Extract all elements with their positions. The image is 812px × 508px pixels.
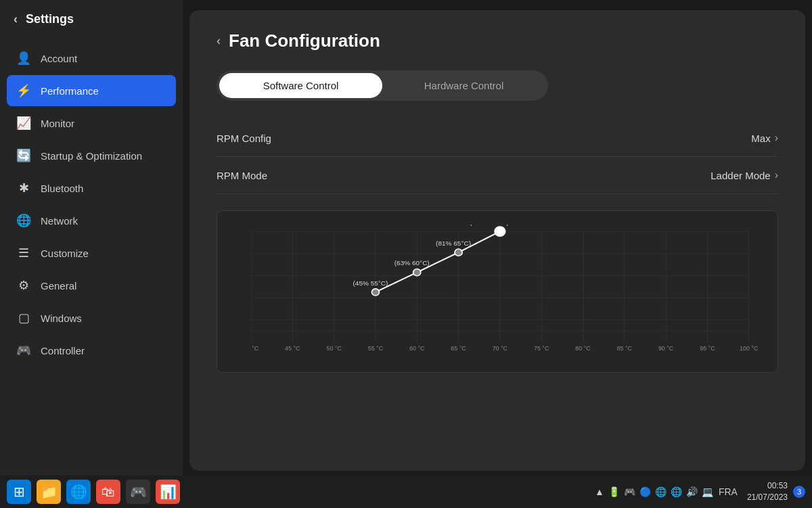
general-icon: ⚙ xyxy=(16,278,31,293)
tray-icon-0[interactable]: ▲ xyxy=(595,486,604,497)
sidebar-item-startup[interactable]: 🔄 Startup & Optimization xyxy=(7,140,176,171)
config-row-0[interactable]: RPM Config Max › xyxy=(217,120,778,157)
sidebar-nav: 👤 Account ⚡ Performance 📈 Monitor 🔄 Star… xyxy=(0,39,183,370)
clock-date: 21/07/2023 xyxy=(747,492,788,503)
sidebar-item-label-windows: Windows xyxy=(41,313,82,324)
svg-point-41 xyxy=(371,289,379,296)
performance-icon: ⚡ xyxy=(16,83,31,98)
tray-icon-7[interactable]: 💻 xyxy=(702,486,713,497)
controller-icon: 🎮 xyxy=(16,343,31,358)
svg-point-45 xyxy=(455,249,462,256)
config-row-label-0: RPM Config xyxy=(217,133,271,144)
customize-icon: ☰ xyxy=(16,246,31,260)
tray-icon-2[interactable]: 🎮 xyxy=(624,486,635,497)
tab-hardware[interactable]: Hardware Control xyxy=(382,73,545,98)
svg-text:(81%  65°C): (81% 65°C) xyxy=(436,239,471,247)
sidebar-item-customize[interactable]: ☰ Customize xyxy=(7,237,176,269)
taskbar: ⊞📁🌐🛍🎮📊 ▲🔋🎮🔵🌐🌐🔊💻 FRA 00:53 21/07/2023 3 xyxy=(0,476,812,508)
systray: ▲🔋🎮🔵🌐🌐🔊💻 xyxy=(595,486,713,497)
config-row-label-1: RPM Mode xyxy=(217,170,267,181)
taskbar-clock: 00:53 21/07/2023 xyxy=(747,480,788,503)
svg-text:55 °C: 55 °C xyxy=(368,345,383,352)
tray-icon-5[interactable]: 🌐 xyxy=(671,486,682,497)
svg-text:65 °C: 65 °C xyxy=(451,345,466,352)
svg-text:75 °C: 75 °C xyxy=(534,345,549,352)
tray-icon-4[interactable]: 🌐 xyxy=(655,486,667,497)
sidebar-title: Settings xyxy=(26,12,74,26)
config-row-1[interactable]: RPM Mode Ladder Mode › xyxy=(217,157,778,194)
svg-point-43 xyxy=(413,269,421,275)
svg-text:50 °C: 50 °C xyxy=(326,345,341,352)
svg-text:70 °C: 70 °C xyxy=(493,345,508,352)
sidebar-item-label-monitor: Monitor xyxy=(41,118,74,129)
svg-text:(45%  55°C): (45% 55°C) xyxy=(353,279,388,287)
tray-icon-3[interactable]: 🔵 xyxy=(639,486,651,497)
taskbar-app-app1[interactable]: 🎮 xyxy=(126,480,150,504)
fan-chart-svg: 10 %20 %40 %60 %80 %100 %40 °C45 °C50 °C… xyxy=(251,225,764,363)
page-header: ‹ Fan Configuration xyxy=(217,30,778,51)
network-icon: 🌐 xyxy=(16,213,31,228)
account-icon: 👤 xyxy=(16,51,31,66)
tab-software[interactable]: Software Control xyxy=(219,73,382,98)
sidebar: ‹ Settings 👤 Account ⚡ Performance 📈 Mon… xyxy=(0,0,183,480)
sidebar-item-network[interactable]: 🌐 Network xyxy=(7,205,176,236)
taskbar-app-start[interactable]: ⊞ xyxy=(7,480,31,504)
sidebar-item-label-network: Network xyxy=(41,215,78,227)
sidebar-item-bluetooth[interactable]: ✱ Bluetooth xyxy=(7,172,176,204)
language-label: FRA xyxy=(719,486,738,497)
sidebar-item-label-customize: Customize xyxy=(41,248,89,259)
svg-text:100 °C: 100 °C xyxy=(740,345,758,352)
sidebar-item-account[interactable]: 👤 Account xyxy=(7,43,176,74)
tray-icon-1[interactable]: 🔋 xyxy=(608,486,620,497)
sidebar-item-label-controller: Controller xyxy=(41,345,85,356)
sidebar-item-label-startup: Startup & Optimization xyxy=(41,150,142,162)
svg-text:40 °C: 40 °C xyxy=(251,345,258,352)
svg-text:(100%  70°C): (100% 70°C) xyxy=(470,225,509,226)
fan-chart: 10 %20 %40 %60 %80 %100 %40 °C45 °C50 °C… xyxy=(217,210,778,373)
sidebar-item-label-general: General xyxy=(41,280,76,292)
taskbar-app-store[interactable]: 🛍 xyxy=(96,480,120,504)
page-title: Fan Configuration xyxy=(229,30,380,51)
svg-text:95 °C: 95 °C xyxy=(700,345,715,352)
svg-text:85 °C: 85 °C xyxy=(617,345,632,352)
sidebar-item-controller[interactable]: 🎮 Controller xyxy=(7,335,176,366)
startup-icon: 🔄 xyxy=(16,148,31,163)
monitor-icon: 📈 xyxy=(16,116,31,131)
sidebar-item-label-bluetooth: Bluetooth xyxy=(41,183,83,194)
taskbar-app-app2[interactable]: 📊 xyxy=(156,480,180,504)
config-rows: RPM Config Max › RPM Mode Ladder Mode › xyxy=(217,120,778,194)
bluetooth-icon: ✱ xyxy=(16,181,31,195)
config-row-value-0: Max › xyxy=(751,132,778,144)
taskbar-app-files[interactable]: 📁 xyxy=(37,480,61,504)
svg-text:(63%  60°C): (63% 60°C) xyxy=(394,260,430,267)
tabs-container: Software ControlHardware Control xyxy=(217,70,548,101)
page-back-arrow[interactable]: ‹ xyxy=(217,34,221,48)
notification-badge[interactable]: 3 xyxy=(793,486,805,498)
sidebar-header: ‹ Settings xyxy=(0,0,183,39)
svg-text:60 °C: 60 °C xyxy=(409,345,424,352)
main-content: ‹ Fan Configuration Software ControlHard… xyxy=(189,10,805,471)
taskbar-apps: ⊞📁🌐🛍🎮📊 xyxy=(7,480,180,504)
svg-point-47 xyxy=(495,227,505,236)
sidebar-item-general[interactable]: ⚙ General xyxy=(7,270,176,301)
chevron-icon: › xyxy=(775,169,778,181)
config-row-value-1: Ladder Mode › xyxy=(710,169,778,181)
chevron-icon: › xyxy=(775,132,778,144)
svg-text:80 °C: 80 °C xyxy=(575,345,590,352)
back-arrow[interactable]: ‹ xyxy=(14,12,18,26)
clock-time: 00:53 xyxy=(747,480,788,492)
sidebar-item-windows[interactable]: ▢ Windows xyxy=(7,302,176,333)
windows-icon: ▢ xyxy=(16,310,31,325)
svg-text:90 °C: 90 °C xyxy=(658,345,673,352)
sidebar-item-label-account: Account xyxy=(41,53,77,64)
sidebar-item-monitor[interactable]: 📈 Monitor xyxy=(7,108,176,139)
sidebar-item-label-performance: Performance xyxy=(41,85,99,97)
taskbar-right: ▲🔋🎮🔵🌐🌐🔊💻 FRA 00:53 21/07/2023 3 xyxy=(595,480,805,503)
tray-icon-6[interactable]: 🔊 xyxy=(686,486,698,497)
svg-text:45 °C: 45 °C xyxy=(285,345,300,352)
sidebar-item-performance[interactable]: ⚡ Performance xyxy=(7,75,176,106)
taskbar-app-edge[interactable]: 🌐 xyxy=(66,480,91,504)
